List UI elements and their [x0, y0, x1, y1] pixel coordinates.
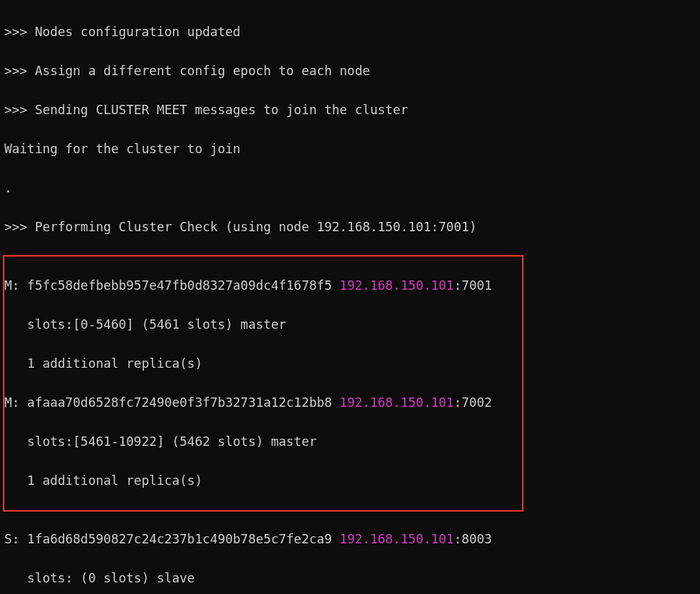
output-line: . — [4, 178, 696, 198]
node-role: M: — [4, 278, 27, 293]
output-line: >>> Sending CLUSTER MEET messages to joi… — [4, 100, 696, 120]
master-nodes-highlight-1: M: f5fc58defbebb957e47fb0d8327a09dc4f167… — [3, 255, 524, 512]
node-ip: 192.168.150.101 — [340, 532, 454, 546]
output-line: >>> Assign a different config epoch to e… — [4, 61, 696, 81]
output-line: Waiting for the cluster to join — [4, 139, 696, 159]
node-id: f5fc58defbebb957e47fb0d8327a09dc4f1678f5 — [27, 278, 340, 293]
node-ip: 192.168.150.101 — [340, 278, 454, 293]
node-line: M: f5fc58defbebb957e47fb0d8327a09dc4f167… — [4, 276, 522, 296]
node-port: :8003 — [454, 532, 492, 546]
node-port: :7002 — [454, 395, 492, 410]
node-role: M: — [4, 395, 27, 410]
node-role: S: — [4, 532, 27, 546]
terminal-output: >>> Nodes configuration updated >>> Assi… — [0, 0, 700, 594]
node-extra: 1 additional replica(s) — [4, 354, 522, 374]
node-slots: slots:[0-5460] (5461 slots) master — [4, 315, 522, 335]
node-line: M: afaaa70d6528fc72490e0f3f7b32731a12c12… — [4, 393, 522, 413]
node-id: 1fa6d68d590827c24c237b1c490b78e5c7fe2ca9 — [27, 532, 340, 546]
node-ip: 192.168.150.101 — [340, 395, 454, 410]
output-line: >>> Performing Cluster Check (using node… — [4, 218, 696, 237]
node-id: afaaa70d6528fc72490e0f3f7b32731a12c12bb8 — [27, 395, 340, 410]
node-extra: 1 additional replica(s) — [4, 471, 522, 491]
output-line: >>> Nodes configuration updated — [4, 22, 696, 42]
node-slots: slots:[5461-10922] (5462 slots) master — [4, 432, 522, 452]
node-slots: slots: (0 slots) slave — [4, 569, 696, 588]
node-port: :7001 — [454, 278, 492, 293]
node-line: S: 1fa6d68d590827c24c237b1c490b78e5c7fe2… — [4, 530, 696, 549]
